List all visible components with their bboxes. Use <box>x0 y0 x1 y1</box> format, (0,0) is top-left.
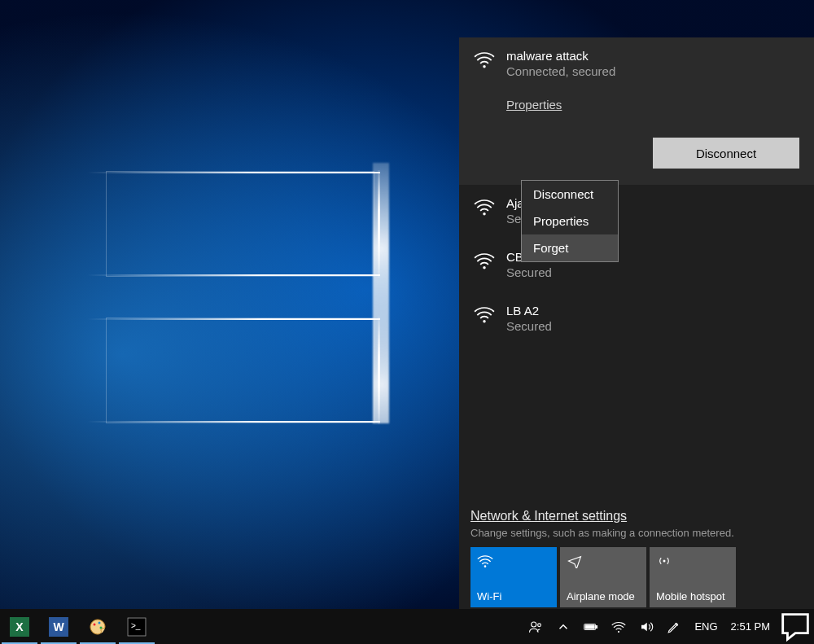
svg-point-11 <box>94 623 96 625</box>
taskbar-app-paint[interactable] <box>78 609 117 644</box>
wifi-icon <box>474 198 495 216</box>
airplane-icon <box>567 554 640 568</box>
svg-point-17 <box>532 622 536 627</box>
wifi-tray-icon[interactable] <box>605 609 632 644</box>
network-item[interactable]: LB A2Secured <box>459 292 814 346</box>
svg-rect-20 <box>597 625 597 628</box>
language-indicator[interactable]: ENG <box>688 609 724 644</box>
wifi-icon <box>474 252 495 269</box>
svg-point-5 <box>663 560 666 563</box>
action-center-icon[interactable] <box>777 608 814 645</box>
context-menu-disconnect[interactable]: Disconnect <box>522 181 618 208</box>
svg-point-12 <box>98 621 101 624</box>
wifi-icon <box>474 50 495 68</box>
network-item-connected[interactable]: malware attack Connected, secured Proper… <box>459 37 814 185</box>
svg-point-2 <box>483 266 485 269</box>
network-settings-subtitle: Change settings, such as making a connec… <box>470 527 803 539</box>
svg-point-22 <box>618 630 619 632</box>
network-item[interactable]: AjaSe <box>459 185 814 239</box>
network-status: Secured <box>506 265 552 279</box>
wifi-icon <box>474 305 495 323</box>
network-list: malware attack Connected, secured Proper… <box>459 37 814 488</box>
network-name: malware attack <box>506 49 615 63</box>
wallpaper-window-top <box>106 171 374 277</box>
svg-point-4 <box>484 565 487 567</box>
flyout-bottom-panel: Network & Internet settings Change setti… <box>459 509 814 609</box>
network-flyout: malware attack Connected, secured Proper… <box>459 37 814 609</box>
svg-text:X: X <box>15 620 24 633</box>
people-icon[interactable] <box>522 609 549 644</box>
tray-chevron-up-icon[interactable] <box>549 609 577 644</box>
wallpaper-glow <box>373 163 389 423</box>
network-status: Connected, secured <box>506 64 615 78</box>
quick-action-tiles: Wi-FiAirplane modeMobile hotspot <box>470 547 803 607</box>
tile-label: Wi-Fi <box>477 590 550 602</box>
network-status: Secured <box>506 319 552 333</box>
tile-label: Mobile hotspot <box>656 590 729 602</box>
wallpaper-window-bottom <box>106 318 374 423</box>
svg-rect-21 <box>585 624 594 628</box>
volume-icon[interactable] <box>632 609 660 644</box>
svg-point-0 <box>483 65 485 68</box>
disconnect-button[interactable]: Disconnect <box>653 138 799 169</box>
svg-text:W: W <box>53 620 64 633</box>
system-tray: ENG 2:51 PM <box>522 609 814 644</box>
battery-icon[interactable] <box>577 609 605 644</box>
hotspot-icon <box>656 554 729 568</box>
tile-wi-fi[interactable]: Wi-Fi <box>470 547 557 607</box>
network-context-menu: DisconnectPropertiesForget <box>521 180 619 262</box>
tile-label: Airplane mode <box>567 590 640 602</box>
clock[interactable]: 2:51 PM <box>724 609 777 644</box>
svg-point-18 <box>538 623 541 626</box>
properties-link[interactable]: Properties <box>506 98 562 112</box>
network-settings-link[interactable]: Network & Internet settings <box>470 509 627 523</box>
tile-airplane-mode[interactable]: Airplane mode <box>560 547 646 607</box>
svg-point-3 <box>483 320 485 322</box>
context-menu-forget[interactable]: Forget <box>522 234 618 261</box>
network-name: LB A2 <box>506 304 552 318</box>
network-item[interactable]: CBSecured <box>459 239 814 292</box>
context-menu-properties[interactable]: Properties <box>522 208 618 234</box>
taskbar-app-excel[interactable]: X <box>0 609 39 644</box>
taskbar: XW>_ <box>0 609 814 644</box>
tile-mobile-hotspot[interactable]: Mobile hotspot <box>650 547 736 607</box>
taskbar-app-terminal[interactable]: >_ <box>117 609 156 644</box>
pen-icon[interactable] <box>660 609 688 644</box>
svg-point-1 <box>483 212 485 215</box>
wifi-icon <box>477 554 550 568</box>
svg-text:>_: >_ <box>131 621 141 630</box>
taskbar-app-word[interactable]: W <box>39 609 78 644</box>
